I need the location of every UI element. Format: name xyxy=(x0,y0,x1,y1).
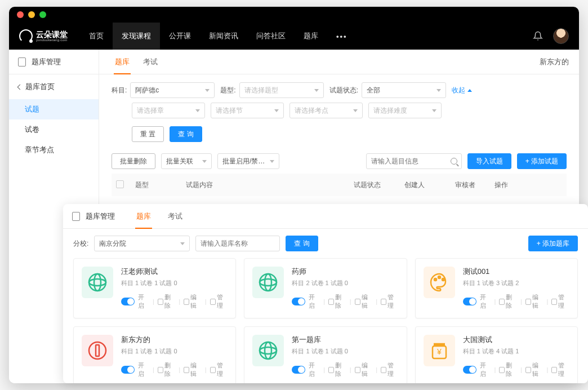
nav-community[interactable]: 问答社区 xyxy=(247,23,295,50)
import-button[interactable]: 导入试题 xyxy=(467,153,511,169)
open-toggle[interactable] xyxy=(292,298,305,305)
difficulty-select[interactable]: 请选择难度 xyxy=(368,103,442,118)
bank-icon: ¥ xyxy=(424,335,455,366)
select-all-checkbox[interactable] xyxy=(116,180,124,188)
brand-name: 云朵课堂 xyxy=(36,30,68,38)
status-select[interactable]: 全部 xyxy=(362,82,446,98)
notification-bell-icon[interactable] xyxy=(533,31,543,41)
user-avatar[interactable] xyxy=(553,28,569,44)
grid-icon xyxy=(551,367,557,373)
sidenav-chapters[interactable]: 章节考点 xyxy=(9,140,99,160)
bulk-delete-button[interactable]: 批量删除 xyxy=(112,153,155,169)
type-label: 题型: xyxy=(220,86,235,95)
delete-action[interactable]: 删除 xyxy=(158,293,176,310)
trash-icon xyxy=(328,299,334,305)
bank-card[interactable]: 汪老师测试科目 1 试卷 1 试题 0开启|删除|编辑|管理 xyxy=(73,258,236,318)
nav-open-class[interactable]: 公开课 xyxy=(160,23,200,50)
sidenav-questions[interactable]: 试题 xyxy=(9,99,99,119)
query-button[interactable]: 查 询 xyxy=(170,126,202,142)
bank-card[interactable]: 第一题库科目 1 试卷 1 试题 0开启|删除|编辑|管理 xyxy=(244,326,407,383)
add-bank-button[interactable]: + 添加题库 xyxy=(528,236,578,251)
reset-button[interactable]: 重 置 xyxy=(132,126,164,142)
manage-action[interactable]: 管理 xyxy=(381,361,399,378)
delete-action[interactable]: 删除 xyxy=(499,361,517,378)
manage-action[interactable]: 管理 xyxy=(210,361,228,378)
bank-icon xyxy=(82,335,113,366)
filter-buttons: 重 置 查 询 xyxy=(99,124,579,149)
section-select[interactable]: 请选择节 xyxy=(211,103,284,118)
bank-meta: 科目 1 试卷 1 试题 0 xyxy=(292,347,398,356)
edit-action[interactable]: 编辑 xyxy=(525,361,544,378)
nav-home[interactable]: 首页 xyxy=(80,23,113,50)
manage-action[interactable]: 管理 xyxy=(381,293,399,310)
edit-icon xyxy=(525,367,531,373)
edit-action[interactable]: 编辑 xyxy=(355,361,373,378)
svg-point-1 xyxy=(89,279,106,286)
nav-discover[interactable]: 发现课程 xyxy=(113,23,160,50)
svg-point-8 xyxy=(442,278,444,281)
delete-action[interactable]: 删除 xyxy=(499,293,517,310)
w2-section-title: 题库管理 xyxy=(86,211,115,221)
delete-action[interactable]: 删除 xyxy=(158,361,176,378)
chevron-down-icon xyxy=(270,160,274,163)
tab-exam[interactable]: 考试 xyxy=(136,50,164,74)
close-dot[interactable] xyxy=(17,11,24,18)
open-toggle[interactable] xyxy=(121,298,135,305)
bank-name-input[interactable] xyxy=(195,236,280,251)
zoom-dot[interactable] xyxy=(39,11,46,18)
tab-bank[interactable]: 题库 xyxy=(108,50,136,74)
w2-tab-exam[interactable]: 考试 xyxy=(161,204,189,229)
collapse-link[interactable]: 收起 xyxy=(452,86,472,95)
bank-icon xyxy=(424,267,455,298)
breadcrumb-label: 题库首页 xyxy=(25,82,55,92)
bank-card[interactable]: 新东方的科目 1 试卷 1 试题 0开启|删除|编辑|管理 xyxy=(73,326,236,383)
minimize-dot[interactable] xyxy=(28,11,35,18)
sidenav-papers[interactable]: 试卷 xyxy=(9,119,99,140)
delete-action[interactable]: 删除 xyxy=(328,293,346,310)
edit-action[interactable]: 编辑 xyxy=(525,293,544,310)
search-icon[interactable] xyxy=(451,158,457,165)
manage-action[interactable]: 管理 xyxy=(210,293,228,310)
edit-action[interactable]: 编辑 xyxy=(355,293,373,310)
nav-more[interactable]: ••• xyxy=(327,23,357,50)
grid-icon xyxy=(381,367,386,373)
open-toggle[interactable] xyxy=(463,298,476,305)
bank-card[interactable]: 测试001科目 1 试卷 3 试题 2开启|删除|编辑|管理 xyxy=(415,258,578,318)
bank-actions: 开启|删除|编辑|管理 xyxy=(463,293,569,310)
breadcrumb-back[interactable]: 题库首页 xyxy=(9,74,99,99)
edit-action[interactable]: 编辑 xyxy=(184,293,202,310)
delete-action[interactable]: 删除 xyxy=(328,361,346,378)
open-toggle[interactable] xyxy=(463,366,476,374)
brand-logo[interactable]: 云朵课堂 yunduoketang.com xyxy=(19,29,68,43)
chevron-down-icon xyxy=(202,160,207,163)
nav-question-bank[interactable]: 题库 xyxy=(295,23,327,50)
bank-card[interactable]: 药师科目 2 试卷 1 试题 0开启|删除|编辑|管理 xyxy=(244,258,407,318)
bulk-relate-select[interactable]: 批量关联 xyxy=(161,153,212,169)
edit-action[interactable]: 编辑 xyxy=(184,361,202,378)
bank-card[interactable]: ¥大国测试科目 1 试卷 4 试题 1开启|删除|编辑|管理 xyxy=(415,326,578,383)
branch-select[interactable]: 南京分院 xyxy=(94,236,190,251)
bank-title: 测试001 xyxy=(463,267,569,277)
status-label: 试题状态: xyxy=(329,86,358,95)
chapter-select[interactable]: 请选择章 xyxy=(132,103,205,118)
tabs-row: 题库 考试 新东方的 xyxy=(99,50,579,74)
point-select[interactable]: 请选择考点 xyxy=(289,103,363,118)
search-input[interactable] xyxy=(366,153,462,169)
current-bank-name: 新东方的 xyxy=(540,57,579,67)
w2-tab-bank[interactable]: 题库 xyxy=(130,204,158,229)
trash-icon xyxy=(158,299,163,305)
subject-select[interactable]: 阿萨德c xyxy=(130,82,215,98)
open-toggle[interactable] xyxy=(292,366,305,374)
w2-query-button[interactable]: 查 询 xyxy=(286,236,318,251)
bulk-enable-select[interactable]: 批量启用/禁… xyxy=(217,153,279,169)
manage-action[interactable]: 管理 xyxy=(551,361,569,378)
add-question-button[interactable]: + 添加试题 xyxy=(517,153,567,169)
nav-news[interactable]: 新闻资讯 xyxy=(200,23,247,50)
open-toggle[interactable] xyxy=(121,366,135,374)
open-label: 开启 xyxy=(138,361,149,378)
status-value: 全部 xyxy=(367,86,380,95)
bank-meta: 科目 1 试卷 4 试题 1 xyxy=(463,347,569,356)
chevron-up-icon xyxy=(467,89,472,92)
type-select[interactable]: 请选择题型 xyxy=(239,82,324,98)
manage-action[interactable]: 管理 xyxy=(551,293,569,310)
